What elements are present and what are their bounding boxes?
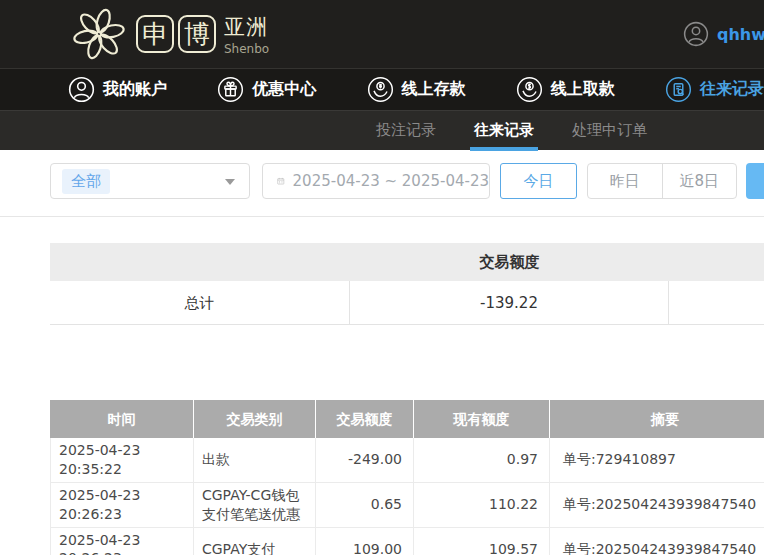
summary-table: 交易额度 总计 -139.22 — [50, 243, 764, 325]
cell-time: 2025-04-23 20:35:22 — [50, 438, 194, 483]
logo-region-block: 亚洲 Shenbo — [224, 13, 269, 56]
last-8-days-button[interactable]: 近8日 — [663, 164, 737, 198]
user-avatar-icon — [683, 21, 709, 47]
cell-amount: 109.00 — [316, 528, 414, 555]
records-document-icon — [665, 76, 692, 103]
user-account[interactable]: qhhw — [683, 0, 764, 68]
date-range-input[interactable]: 2025-04-23 ~ 2025-04-23 — [262, 163, 490, 199]
today-button[interactable]: 今日 — [500, 163, 577, 199]
records-table: 时间 交易类别 交易额度 现有额度 摘要 2025-04-23 20:35:22… — [50, 400, 764, 555]
col-header-amount: 交易额度 — [316, 400, 414, 438]
col-header-balance: 现有额度 — [414, 400, 550, 438]
sub-nav: 投注记录 往来记录 处理中订单 — [0, 110, 764, 150]
type-select-value: 全部 — [62, 169, 110, 194]
summary-header-label: 交易额度 — [350, 253, 669, 272]
summary-empty-cell — [669, 281, 764, 325]
cell-amount: -249.00 — [316, 438, 414, 483]
cell-summary: 单号:202504243939847540 — [550, 528, 764, 555]
logo-flower-icon — [70, 5, 128, 63]
nav-item-my-account[interactable]: 我的账户 — [68, 76, 167, 103]
nav-item-promotions[interactable]: 优惠中心 — [217, 76, 316, 103]
tab-betting-records[interactable]: 投注记录 — [372, 111, 440, 151]
withdraw-hand-coin-icon — [516, 76, 543, 103]
cell-balance: 109.57 — [414, 528, 550, 555]
logo-char-bo: 博 — [178, 15, 216, 53]
col-header-type: 交易类别 — [194, 400, 316, 438]
deposit-hand-coin-icon — [367, 76, 394, 103]
cell-time: 2025-04-23 20:26:23 — [50, 528, 194, 555]
page: 申 博 亚洲 Shenbo qhhw — [0, 0, 764, 555]
nav-item-records[interactable]: 往来记录 — [665, 76, 764, 103]
nav-item-label: 线上取款 — [551, 79, 615, 100]
logo-char-shen: 申 — [136, 15, 174, 53]
col-header-summary: 摘要 — [550, 400, 764, 438]
summary-header-row: 交易额度 — [50, 243, 764, 281]
username: qhhw — [717, 25, 764, 44]
cell-balance: 110.22 — [414, 483, 550, 528]
cell-summary: 单号:202504243939847540 — [550, 483, 764, 528]
date-range-value: 2025-04-23 ~ 2025-04-23 — [293, 172, 489, 190]
cell-type: 出款 — [194, 438, 316, 483]
calendar-icon — [277, 173, 285, 189]
table-row: 2025-04-23 20:26:23 CGPAY支付 109.00 109.5… — [50, 528, 764, 555]
col-header-time: 时间 — [50, 400, 194, 438]
nav-item-label: 往来记录 — [700, 79, 764, 100]
type-select[interactable]: 全部 — [50, 163, 250, 199]
summary-total-row: 总计 -139.22 — [50, 281, 764, 325]
nav-item-label: 我的账户 — [103, 79, 167, 100]
records-header-row: 时间 交易类别 交易额度 现有额度 摘要 — [50, 400, 764, 438]
logo-region-text: 亚洲 — [224, 13, 269, 41]
quick-date-buttons: 昨日 近8日 — [587, 163, 737, 199]
table-row: 2025-04-23 20:35:22 出款 -249.00 0.97 单号:7… — [50, 438, 764, 483]
cell-type: CGPAY-CG钱包支付笔笔送优惠 — [194, 483, 316, 528]
chevron-down-icon — [225, 179, 235, 185]
search-button[interactable] — [746, 163, 764, 199]
tab-processing-orders[interactable]: 处理中订单 — [568, 111, 651, 151]
cell-balance: 0.97 — [414, 438, 550, 483]
table-row: 2025-04-23 20:26:23 CGPAY-CG钱包支付笔笔送优惠 0.… — [50, 483, 764, 528]
cell-summary: 单号:729410897 — [550, 438, 764, 483]
cell-time: 2025-04-23 20:26:23 — [50, 483, 194, 528]
filter-bar: 全部 2025-04-23 ~ 2025-04-23 今日 昨日 近8日 — [0, 163, 764, 199]
tab-transaction-records[interactable]: 往来记录 — [470, 111, 538, 151]
main-nav: 我的账户 优惠中心 线上存款 — [0, 68, 764, 110]
section-divider — [0, 216, 764, 217]
cell-type: CGPAY支付 — [194, 528, 316, 555]
logo-subtitle: Shenbo — [224, 42, 269, 56]
gift-icon — [217, 76, 244, 103]
nav-item-label: 线上存款 — [402, 79, 466, 100]
user-icon — [68, 76, 95, 103]
site-header: 申 博 亚洲 Shenbo qhhw — [0, 0, 764, 68]
logo: 申 博 亚洲 Shenbo — [70, 5, 269, 63]
nav-item-deposit[interactable]: 线上存款 — [367, 76, 466, 103]
summary-total-label: 总计 — [50, 281, 350, 325]
yesterday-button[interactable]: 昨日 — [588, 164, 663, 198]
nav-item-withdraw[interactable]: 线上取款 — [516, 76, 615, 103]
summary-total-value: -139.22 — [350, 281, 669, 325]
nav-item-label: 优惠中心 — [252, 79, 316, 100]
cell-amount: 0.65 — [316, 483, 414, 528]
